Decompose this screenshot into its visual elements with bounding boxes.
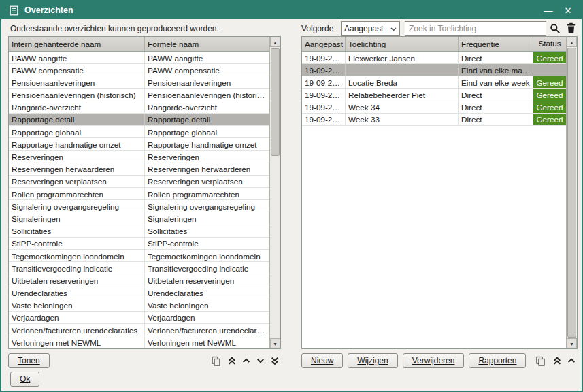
copy-icon[interactable] bbox=[210, 355, 222, 367]
rapporten-button[interactable]: Rapporten bbox=[469, 353, 526, 368]
ok-button[interactable]: Ok bbox=[10, 372, 39, 387]
table-cell: Rollen programmarechten bbox=[145, 188, 269, 199]
table-cell: Signaleringen bbox=[145, 212, 269, 224]
column-header-frequentie[interactable]: Frequentie bbox=[459, 37, 533, 51]
table-cell: 19-09-2023 bbox=[302, 101, 346, 113]
table-cell: PAWW compensatie bbox=[145, 64, 269, 76]
scroll-down-icon[interactable]: ▼ bbox=[270, 338, 280, 348]
table-row[interactable]: SollicitatiesSollicitaties bbox=[9, 225, 269, 238]
tonen-button[interactable]: Tonen bbox=[8, 353, 50, 368]
wijzigen-button[interactable]: Wijzigen bbox=[348, 353, 397, 368]
table-cell: Rapportage handmatige omzet bbox=[145, 138, 269, 150]
table-row[interactable]: Rollen programmarechtenRollen programmar… bbox=[9, 188, 269, 200]
table-row[interactable]: UrendeclaratiesUrendeclaraties bbox=[9, 287, 269, 299]
nieuw-button[interactable]: Nieuw bbox=[301, 353, 343, 368]
trash-icon[interactable] bbox=[565, 22, 577, 34]
column-header-status[interactable]: Status bbox=[533, 37, 566, 51]
tonen-button-label: Tonen bbox=[18, 356, 40, 365]
reports-table-body: PAWW aangiftePAWW aangiftePAWW compensat… bbox=[9, 52, 269, 348]
close-button[interactable]: ✕ bbox=[561, 5, 576, 16]
column-header-aangepast[interactable]: Aangepast bbox=[302, 37, 346, 51]
rapporten-button-label: Rapporten bbox=[478, 356, 516, 365]
scroll-up-icon[interactable]: ▲ bbox=[567, 37, 577, 47]
titlebar[interactable]: Overzichten — ✕ bbox=[1, 1, 582, 19]
table-row[interactable]: PAWW compensatiePAWW compensatie bbox=[9, 64, 269, 76]
runs-scrollbar[interactable]: ▲ ▼ bbox=[566, 37, 577, 348]
table-cell: Rapportage detail bbox=[145, 114, 269, 125]
move-up-icon[interactable] bbox=[567, 355, 576, 367]
table-cell bbox=[533, 64, 566, 76]
table-row[interactable]: Rapportage detailRapportage detail bbox=[9, 114, 269, 126]
table-cell: Rapportage globaal bbox=[9, 126, 145, 137]
table-cell: Direct bbox=[459, 52, 533, 63]
table-row[interactable]: StiPP-controleStiPP-controle bbox=[9, 238, 269, 250]
table-row[interactable]: Uitbetalen reserveringenUitbetalen reser… bbox=[9, 274, 269, 287]
table-cell: Rollen programmarechten bbox=[9, 188, 145, 199]
table-row[interactable]: PensioenaanleveringenPensioenaanlevering… bbox=[9, 76, 269, 88]
status-badge: Gereed bbox=[533, 114, 566, 125]
description-text: Onderstaande overzichten kunnen geproduc… bbox=[10, 24, 219, 33]
table-row[interactable]: 19-09-2023Locatie BredaEind van elke wee… bbox=[302, 76, 566, 88]
table-row[interactable]: Verloningen met NEWMLVerloningen met NeW… bbox=[9, 336, 269, 348]
table-row[interactable]: Reserveringen herwaarderenReserveringen … bbox=[9, 163, 269, 176]
table-cell: Week 34 bbox=[346, 101, 459, 113]
move-down-icon[interactable] bbox=[254, 355, 267, 367]
table-row[interactable]: Rapportage globaalRapportage globaal bbox=[9, 126, 269, 138]
order-select[interactable]: Aangepast bbox=[341, 21, 400, 36]
move-bottom-icon[interactable] bbox=[269, 355, 281, 367]
status-badge: Gereed bbox=[533, 52, 566, 63]
runs-table-header: Aangepast Toelichting Frequentie Status bbox=[302, 37, 566, 52]
table-row[interactable]: 19-09-2023Week 34DirectGereed bbox=[302, 101, 566, 114]
reports-table-header: Intern gehanteerde naam Formele naam bbox=[9, 37, 269, 52]
table-row[interactable]: 19-09-2023Week 33DirectGereed bbox=[302, 114, 566, 126]
table-row[interactable]: Vaste beloningenVaste beloningen bbox=[9, 299, 269, 312]
table-cell: Sollicitaties bbox=[145, 225, 269, 237]
table-row[interactable]: 19-09-2023Flexwerker JansenDirectGereed bbox=[302, 52, 566, 64]
scrollbar-thumb[interactable] bbox=[271, 48, 280, 156]
table-cell: Verloningen met NEWML bbox=[9, 336, 145, 348]
right-actions-bar: Nieuw Wijzigen Verwijderen Rapporten bbox=[301, 353, 578, 368]
table-row[interactable]: PAWW aangiftePAWW aangifte bbox=[9, 52, 269, 64]
table-cell: 19-09-2023 bbox=[302, 76, 346, 88]
table-row[interactable]: 19-09-2023Eind van elke maand bbox=[302, 64, 566, 76]
table-row[interactable]: Signalering overgangsregelingSignalering… bbox=[9, 200, 269, 212]
table-cell: PAWW aangifte bbox=[9, 52, 145, 63]
table-cell: Verlonen/factureren urendeclaraties bbox=[145, 324, 269, 336]
table-cell: Urendeclaraties bbox=[9, 287, 145, 299]
table-cell: Rapportage globaal bbox=[145, 126, 269, 137]
column-header-toelichting[interactable]: Toelichting bbox=[346, 37, 459, 51]
table-cell: Flexwerker Jansen bbox=[346, 52, 459, 63]
table-row[interactable]: ReserveringenReserveringen bbox=[9, 151, 269, 163]
reports-scrollbar[interactable]: ▲ ▼ bbox=[269, 37, 280, 348]
search-icon[interactable] bbox=[549, 22, 561, 35]
scroll-up-icon[interactable]: ▲ bbox=[270, 37, 280, 47]
table-row[interactable]: Tegemoetkomingen loondomeinTegemoetkomin… bbox=[9, 250, 269, 262]
table-row[interactable]: SignaleringenSignaleringen bbox=[9, 212, 269, 225]
status-badge: Gereed bbox=[533, 89, 566, 101]
table-row[interactable]: Verlonen/factureren urendeclaratiesVerlo… bbox=[9, 324, 269, 336]
table-cell: Pensioenaanleveringen (historisch) bbox=[9, 89, 145, 101]
scrollbar-thumb[interactable] bbox=[567, 48, 576, 338]
overzichten-window: Overzichten — ✕ Onderstaande overzichten… bbox=[0, 0, 583, 392]
move-up-icon[interactable] bbox=[240, 355, 252, 367]
ok-button-label: Ok bbox=[20, 374, 30, 384]
table-row[interactable]: Transitievergoeding indicatieTransitieve… bbox=[9, 262, 269, 274]
minimize-button[interactable]: — bbox=[541, 5, 556, 16]
verwijderen-button[interactable]: Verwijderen bbox=[403, 353, 465, 368]
table-row[interactable]: Rangorde-overzichtRangorde-overzicht bbox=[9, 101, 269, 114]
table-row[interactable]: Reserveringen verplaatsenReserveringen v… bbox=[9, 176, 269, 188]
table-row[interactable]: VerjaardagenVerjaardagen bbox=[9, 312, 269, 324]
table-cell: Sollicitaties bbox=[9, 225, 145, 237]
move-top-icon[interactable] bbox=[552, 355, 562, 367]
search-input[interactable] bbox=[405, 21, 546, 36]
scroll-down-icon[interactable]: ▼ bbox=[567, 338, 577, 348]
table-cell: 19-09-2023 bbox=[302, 52, 346, 63]
move-top-icon[interactable] bbox=[226, 355, 238, 367]
table-row[interactable]: 19-09-2023Relatiebeheerder PietDirectGer… bbox=[302, 89, 566, 101]
copy-icon[interactable] bbox=[535, 355, 546, 367]
table-row[interactable]: Rapportage handmatige omzetRapportage ha… bbox=[9, 138, 269, 150]
table-cell: Uitbetalen reserveringen bbox=[9, 274, 145, 286]
table-cell: PAWW compensatie bbox=[9, 64, 145, 76]
table-cell: StiPP-controle bbox=[145, 238, 269, 249]
table-row[interactable]: Pensioenaanleveringen (historisch)Pensio… bbox=[9, 89, 269, 101]
